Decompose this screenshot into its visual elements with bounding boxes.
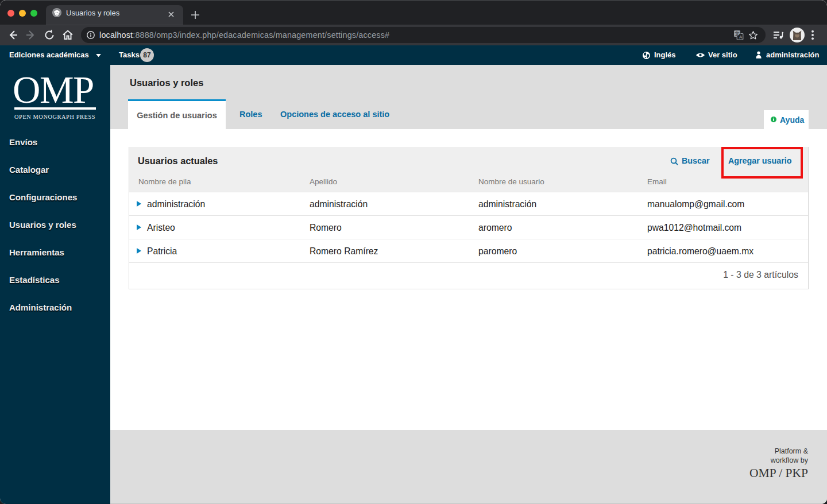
svg-text:A: A (739, 34, 743, 40)
